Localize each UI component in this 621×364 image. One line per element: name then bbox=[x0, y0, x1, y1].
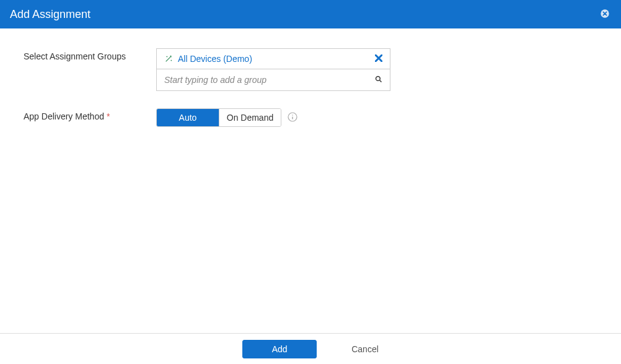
add-button[interactable]: Add bbox=[242, 340, 317, 358]
delivery-auto-button[interactable]: Auto bbox=[157, 109, 219, 126]
assignment-groups-label: Select Assignment Groups bbox=[24, 48, 156, 61]
delivery-ondemand-button[interactable]: On Demand bbox=[219, 109, 281, 126]
dialog-title: Add Assignment bbox=[10, 8, 90, 21]
delivery-method-toggle: Auto On Demand bbox=[156, 108, 281, 127]
cancel-button[interactable]: Cancel bbox=[351, 344, 379, 354]
selected-group-text: All Devices (Demo) bbox=[178, 54, 252, 64]
remove-group-button[interactable] bbox=[375, 54, 382, 64]
info-icon bbox=[288, 112, 297, 124]
assignment-groups-row: Select Assignment Groups All Devices (De… bbox=[24, 48, 601, 91]
wand-icon bbox=[164, 54, 173, 63]
selected-group-row: All Devices (Demo) bbox=[157, 49, 390, 69]
delivery-method-label: App Delivery Method* bbox=[24, 108, 156, 121]
dialog-footer: Add Cancel bbox=[0, 333, 621, 364]
search-button[interactable] bbox=[375, 75, 382, 85]
remove-icon bbox=[375, 54, 382, 64]
close-button[interactable] bbox=[599, 8, 611, 20]
search-icon bbox=[375, 75, 382, 85]
group-search-row bbox=[157, 69, 390, 90]
dialog-content: Select Assignment Groups All Devices (De… bbox=[0, 28, 621, 127]
required-indicator: * bbox=[107, 111, 110, 121]
group-search-input[interactable] bbox=[157, 69, 375, 90]
group-selection-box: All Devices (Demo) bbox=[156, 48, 390, 91]
dialog-header: Add Assignment bbox=[0, 0, 621, 28]
selected-group-name[interactable]: All Devices (Demo) bbox=[164, 54, 252, 64]
svg-point-1 bbox=[376, 77, 381, 81]
delivery-info-button[interactable] bbox=[288, 112, 297, 124]
delivery-method-row: App Delivery Method* Auto On Demand bbox=[24, 108, 601, 127]
svg-point-3 bbox=[292, 115, 293, 116]
close-icon bbox=[600, 9, 610, 20]
